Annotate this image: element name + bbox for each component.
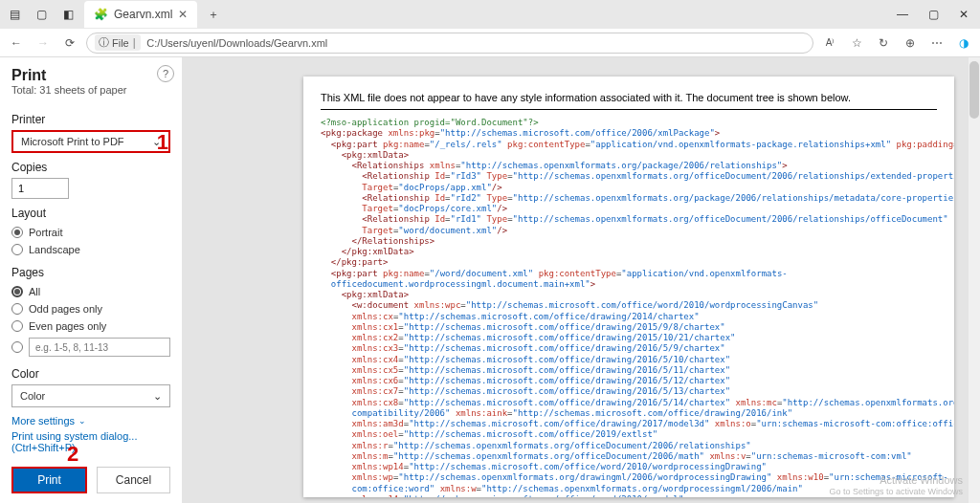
copies-input[interactable] [11, 178, 69, 199]
printer-value: Microsoft Print to PDF [21, 136, 124, 147]
new-tab-icon[interactable]: ＋ [203, 4, 224, 25]
address-field[interactable]: ⓘ File │ C:/Users/uyenl/Downloads/Gearvn… [86, 33, 813, 54]
preview-page: This XML file does not appear to have an… [303, 77, 954, 497]
workspaces-icon[interactable]: ▢ [31, 4, 52, 25]
copies-label: Copies [11, 161, 170, 174]
print-overlay: ? Print Total: 31 sheets of paper 1 Prin… [0, 57, 980, 503]
window-minimize-icon[interactable]: — [892, 4, 913, 25]
radio-icon [11, 227, 23, 238]
file-chip: ⓘ File │ [95, 34, 141, 51]
pages-label: Pages [11, 266, 170, 279]
layout-label: Layout [11, 207, 170, 220]
pages-odd-radio[interactable]: Odd pages only [11, 303, 170, 315]
help-icon[interactable]: ? [157, 65, 174, 82]
chevron-down-icon: ⌄ [78, 416, 86, 426]
print-subtitle: Total: 31 sheets of paper [11, 84, 170, 96]
print-button[interactable]: Print [11, 467, 87, 493]
color-label: Color [11, 367, 170, 381]
pages-all-text: All [29, 286, 40, 297]
app-menu-icon[interactable]: ▤ [4, 4, 25, 25]
read-aloud-icon[interactable]: A⁾ [819, 33, 840, 54]
printer-select[interactable]: Microsoft Print to PDF ⌄ [11, 130, 170, 153]
pages-odd-text: Odd pages only [29, 303, 102, 315]
sync-icon[interactable]: ↻ [873, 33, 894, 54]
cancel-button[interactable]: Cancel [97, 467, 170, 493]
scroll-thumb[interactable] [969, 61, 979, 119]
layout-portrait-radio[interactable]: Portrait [11, 227, 170, 238]
browser-tab[interactable]: 🧩 Gearvn.xml ✕ [84, 1, 197, 28]
print-title: Print [11, 67, 170, 84]
printer-label: Printer [11, 113, 170, 126]
pages-even-radio[interactable]: Even pages only [11, 320, 170, 332]
pages-all-radio[interactable]: All [11, 286, 170, 297]
radio-icon [11, 286, 23, 297]
pages-custom-radio[interactable] [11, 338, 170, 357]
tab-title: Gearvn.xml [114, 8, 172, 21]
chevron-icon: │ [132, 38, 138, 48]
copilot-side-icon[interactable]: ◑ [953, 33, 974, 54]
favorite-icon[interactable]: ☆ [846, 33, 867, 54]
annotation-2: 2 [67, 442, 78, 467]
pages-even-text: Even pages only [29, 320, 106, 332]
close-tab-icon[interactable]: ✕ [178, 8, 188, 21]
radio-icon [11, 303, 23, 315]
file-icon: ⓘ [99, 35, 109, 50]
more-settings-link[interactable]: More settings ⌄ [11, 415, 170, 426]
layout-portrait-text: Portrait [29, 227, 62, 238]
pages-custom-input[interactable] [29, 338, 170, 357]
collections-icon[interactable]: ⊕ [900, 33, 921, 54]
preview-scrollbar[interactable] [969, 57, 980, 503]
layout-landscape-radio[interactable]: Landscape [11, 244, 170, 255]
annotation-1: 1 [157, 130, 168, 155]
chevron-down-icon: ⌄ [153, 390, 162, 403]
copilot-icon[interactable]: ◧ [57, 4, 78, 25]
window-maximize-icon[interactable]: ▢ [923, 4, 944, 25]
radio-icon [11, 341, 23, 353]
window-close-icon[interactable]: ✕ [953, 4, 974, 25]
file-label: File [112, 37, 129, 49]
print-panel: ? Print Total: 31 sheets of paper 1 Prin… [0, 57, 182, 503]
xml-note: This XML file does not appear to have an… [321, 92, 937, 110]
color-value: Color [20, 390, 45, 402]
radio-icon [11, 244, 23, 255]
color-select[interactable]: Color ⌄ [11, 384, 170, 407]
more-icon[interactable]: ⋯ [926, 33, 947, 54]
tab-favicon-icon: 🧩 [94, 8, 108, 21]
print-preview-area: This XML file does not appear to have an… [182, 57, 980, 503]
layout-landscape-text: Landscape [29, 244, 80, 255]
windows-activation-watermark: Activate Windows Go to Settings to activ… [829, 474, 963, 497]
radio-icon [11, 320, 23, 332]
nav-refresh-icon[interactable]: ⟳ [59, 33, 80, 54]
tab-bar: ▤ ▢ ◧ 🧩 Gearvn.xml ✕ ＋ — ▢ ✕ [0, 0, 980, 29]
nav-forward-icon: → [33, 33, 54, 54]
xml-code-block: <?mso-application progid="Word.Document"… [321, 118, 937, 497]
system-dialog-link[interactable]: Print using system dialog... (Ctrl+Shift… [11, 430, 170, 453]
address-path: C:/Users/uyenl/Downloads/Gearvn.xml [146, 37, 327, 49]
address-bar: ← → ⟳ ⓘ File │ C:/Users/uyenl/Downloads/… [0, 29, 980, 57]
nav-back-icon[interactable]: ← [6, 33, 27, 54]
